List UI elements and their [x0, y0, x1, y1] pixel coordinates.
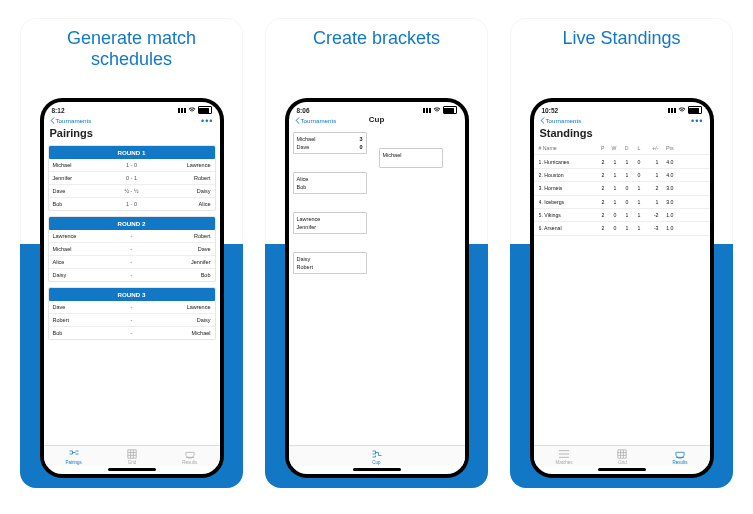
wifi-icon [188, 107, 196, 113]
status-time: 10:52 [542, 107, 559, 114]
player-left: Bob [53, 330, 117, 336]
chevron-left-icon [50, 117, 55, 124]
score: 1 - 0 [117, 201, 147, 207]
score: - [117, 330, 147, 336]
standings-body: # Name P W D L +/- Pts 1. Hurricanes2110… [534, 142, 710, 445]
standings-row[interactable]: 6. Arsenal2011-31.0 [534, 222, 710, 235]
match-row[interactable]: Dave½ - ½Daisy [49, 185, 215, 198]
promo-panel-standings: Live Standings 10:52 Tournaments ••• Sta… [510, 18, 733, 488]
tab-pairings[interactable]: Pairings [66, 449, 82, 465]
player-right: Michael [147, 330, 211, 336]
promo-panel-pairings: Generate match schedules 8:12 Tournament… [20, 18, 243, 488]
player-right: Jennifer [147, 259, 211, 265]
pairings-icon [68, 449, 80, 459]
back-button[interactable]: Tournaments [50, 117, 92, 124]
results-icon [184, 449, 196, 459]
caption: Create brackets [265, 18, 488, 74]
tab-grid[interactable]: Grid [616, 449, 628, 465]
score: - [117, 233, 147, 239]
wifi-icon [433, 107, 441, 113]
page-title: Pairings [44, 126, 220, 142]
match-row[interactable]: Michael1 - 0Lawrence [49, 159, 215, 172]
score: - [117, 259, 147, 265]
grid-icon [616, 449, 628, 459]
back-label: Tournaments [301, 117, 337, 124]
player-left: Michael [53, 246, 117, 252]
status-time: 8:06 [297, 107, 310, 114]
signal-icon [668, 108, 676, 113]
signal-icon [423, 108, 431, 113]
tab-bar: Cup [289, 445, 465, 466]
tab-grid[interactable]: Grid [126, 449, 138, 465]
status-bar: 8:12 [44, 102, 220, 115]
standings-row[interactable]: 1. Hurricanes211014.0 [534, 155, 710, 168]
player-left: Dave [53, 304, 117, 310]
score: 0 - 1 [117, 175, 147, 181]
nav-bar: Tournaments Cup [289, 115, 465, 126]
match-row[interactable]: Bob-Michael [49, 327, 215, 339]
back-button[interactable]: Tournaments [295, 117, 337, 124]
bracket-slot-r2[interactable]: Michael [379, 148, 443, 168]
player-right: Robert [147, 233, 211, 239]
chevron-left-icon [295, 117, 300, 124]
bracket-icon [371, 449, 383, 459]
player-left: Dave [53, 188, 117, 194]
round-header: ROUND 1 [49, 146, 215, 159]
nav-bar: Tournaments ••• [534, 115, 710, 126]
chevron-left-icon [540, 117, 545, 124]
match-row[interactable]: Daisy-Bob [49, 269, 215, 281]
battery-icon [198, 106, 212, 114]
bracket-slot[interactable]: AliceBob [293, 172, 367, 194]
grid-icon [126, 449, 138, 459]
bracket-body: Michael Michael3Dave0AliceBobLawrenceJen… [289, 126, 465, 445]
match-row[interactable]: Bob1 - 0Alice [49, 198, 215, 210]
bracket-slot[interactable]: Michael3Dave0 [293, 132, 367, 154]
player-left: Robert [53, 317, 117, 323]
player-right: Lawrence [147, 162, 211, 168]
standings-header: # Name P W D L +/- Pts [534, 142, 710, 155]
standings-row[interactable]: 5. Vikings2011-21.0 [534, 209, 710, 222]
player-left: Lawrence [53, 233, 117, 239]
back-button[interactable]: Tournaments [540, 117, 582, 124]
player-right: Lawrence [147, 304, 211, 310]
page-title: Standings [534, 126, 710, 142]
home-indicator [598, 468, 646, 471]
player-left: Daisy [53, 272, 117, 278]
score: - [117, 272, 147, 278]
battery-icon [443, 106, 457, 114]
bracket-slot[interactable]: DaisyRobert [293, 252, 367, 274]
round-header: ROUND 3 [49, 288, 215, 301]
match-row[interactable]: Jennifer0 - 1Robert [49, 172, 215, 185]
home-indicator [353, 468, 401, 471]
round-block: ROUND 2Lawrence-RobertMichael-DaveAlice-… [48, 216, 216, 282]
more-button[interactable]: ••• [201, 118, 213, 124]
tab-matches[interactable]: Matches [555, 449, 572, 465]
bracket-slot[interactable]: LawrenceJennifer [293, 212, 367, 234]
round-block: ROUND 1Michael1 - 0LawrenceJennifer0 - 1… [48, 145, 216, 211]
standings-row[interactable]: 4. Icebergs210113.0 [534, 196, 710, 209]
back-label: Tournaments [546, 117, 582, 124]
player-left: Michael [53, 162, 117, 168]
match-row[interactable]: Dave-Lawrence [49, 301, 215, 314]
phone-frame: 8:12 Tournaments ••• Pairings ROUND 1Mic… [40, 98, 224, 478]
matches-icon [558, 449, 570, 459]
round-block: ROUND 3Dave-LawrenceRobert-DaisyBob-Mich… [48, 287, 216, 340]
standings-row[interactable]: 2. Houston211014.0 [534, 169, 710, 182]
tab-cup[interactable]: Cup [371, 449, 383, 465]
match-row[interactable]: Robert-Daisy [49, 314, 215, 327]
score: - [117, 246, 147, 252]
pairings-body: ROUND 1Michael1 - 0LawrenceJennifer0 - 1… [44, 142, 220, 445]
back-label: Tournaments [56, 117, 92, 124]
tab-results[interactable]: Results [182, 449, 197, 465]
score: ½ - ½ [117, 188, 147, 194]
match-row[interactable]: Alice-Jennifer [49, 256, 215, 269]
more-button[interactable]: ••• [691, 118, 703, 124]
match-row[interactable]: Lawrence-Robert [49, 230, 215, 243]
player-right: Dave [147, 246, 211, 252]
player-left: Bob [53, 201, 117, 207]
score: - [117, 317, 147, 323]
standings-row[interactable]: 3. Hornets210123.0 [534, 182, 710, 195]
tab-results[interactable]: Results [672, 449, 687, 465]
match-row[interactable]: Michael-Dave [49, 243, 215, 256]
player-right: Daisy [147, 317, 211, 323]
